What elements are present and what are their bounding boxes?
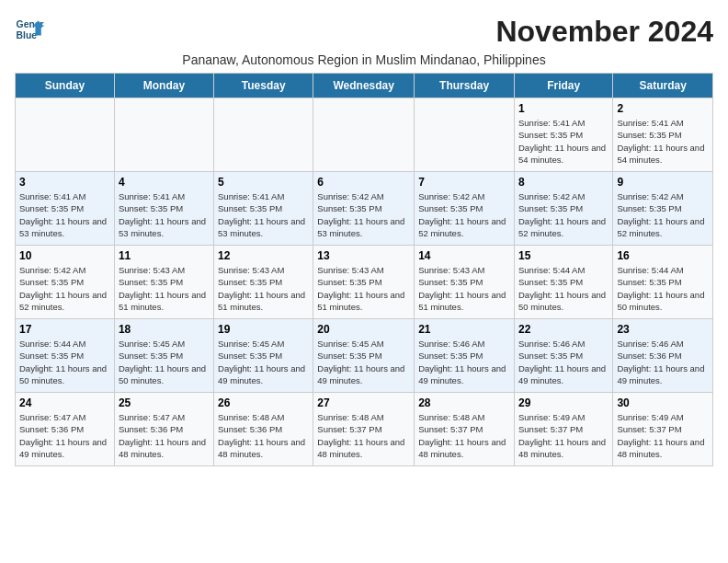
day-cell: 3Sunrise: 5:41 AM Sunset: 5:35 PM Daylig… (16, 172, 115, 246)
day-number: 17 (19, 323, 110, 336)
day-number: 8 (518, 176, 609, 189)
day-cell: 29Sunrise: 5:49 AM Sunset: 5:37 PM Dayli… (514, 393, 612, 466)
day-number: 13 (317, 249, 410, 262)
day-number: 10 (19, 249, 110, 262)
day-cell: 10Sunrise: 5:42 AM Sunset: 5:35 PM Dayli… (16, 246, 115, 319)
day-number: 2 (617, 102, 709, 115)
day-cell: 4Sunrise: 5:41 AM Sunset: 5:35 PM Daylig… (114, 172, 213, 246)
day-cell (214, 98, 313, 172)
day-cell: 22Sunrise: 5:46 AM Sunset: 5:35 PM Dayli… (514, 319, 612, 393)
day-cell: 2Sunrise: 5:41 AM Sunset: 5:35 PM Daylig… (613, 98, 713, 172)
week-row-4: 17Sunrise: 5:44 AM Sunset: 5:35 PM Dayli… (16, 319, 713, 393)
day-info: Sunrise: 5:43 AM Sunset: 5:35 PM Dayligh… (317, 264, 410, 313)
subtitle-text: Pananaw, Autonomous Region in Muslim Min… (15, 52, 713, 67)
calendar-body: 1Sunrise: 5:41 AM Sunset: 5:35 PM Daylig… (16, 98, 713, 466)
day-number: 23 (617, 323, 709, 336)
day-info: Sunrise: 5:49 AM Sunset: 5:37 PM Dayligh… (518, 411, 609, 460)
weekday-header-tuesday: Tuesday (214, 74, 313, 98)
day-number: 3 (19, 176, 110, 189)
day-cell: 28Sunrise: 5:48 AM Sunset: 5:37 PM Dayli… (415, 393, 515, 466)
week-row-2: 3Sunrise: 5:41 AM Sunset: 5:35 PM Daylig… (16, 172, 713, 246)
day-cell: 11Sunrise: 5:43 AM Sunset: 5:35 PM Dayli… (114, 246, 213, 319)
day-number: 1 (518, 102, 609, 115)
day-info: Sunrise: 5:43 AM Sunset: 5:35 PM Dayligh… (418, 264, 510, 313)
day-cell: 7Sunrise: 5:42 AM Sunset: 5:35 PM Daylig… (415, 172, 515, 246)
calendar-header: SundayMondayTuesdayWednesdayThursdayFrid… (16, 74, 713, 98)
day-cell: 13Sunrise: 5:43 AM Sunset: 5:35 PM Dayli… (313, 246, 415, 319)
day-number: 30 (617, 396, 709, 409)
logo: General Blue (15, 15, 48, 44)
day-cell: 30Sunrise: 5:49 AM Sunset: 5:37 PM Dayli… (613, 393, 713, 466)
day-cell: 27Sunrise: 5:48 AM Sunset: 5:37 PM Dayli… (313, 393, 415, 466)
day-number: 29 (518, 396, 609, 409)
weekday-header-saturday: Saturday (613, 74, 713, 98)
day-cell (415, 98, 515, 172)
day-number: 28 (418, 396, 510, 409)
day-number: 9 (617, 176, 709, 189)
day-number: 24 (19, 396, 110, 409)
day-info: Sunrise: 5:48 AM Sunset: 5:36 PM Dayligh… (218, 411, 309, 460)
day-cell: 14Sunrise: 5:43 AM Sunset: 5:35 PM Dayli… (415, 246, 515, 319)
day-cell: 6Sunrise: 5:42 AM Sunset: 5:35 PM Daylig… (313, 172, 415, 246)
day-number: 25 (119, 396, 210, 409)
day-info: Sunrise: 5:48 AM Sunset: 5:37 PM Dayligh… (418, 411, 510, 460)
day-cell: 25Sunrise: 5:47 AM Sunset: 5:36 PM Dayli… (114, 393, 213, 466)
day-info: Sunrise: 5:44 AM Sunset: 5:35 PM Dayligh… (617, 264, 709, 313)
week-row-3: 10Sunrise: 5:42 AM Sunset: 5:35 PM Dayli… (16, 246, 713, 319)
day-cell: 1Sunrise: 5:41 AM Sunset: 5:35 PM Daylig… (514, 98, 612, 172)
day-cell: 12Sunrise: 5:43 AM Sunset: 5:35 PM Dayli… (214, 246, 313, 319)
day-number: 12 (218, 249, 309, 262)
day-number: 21 (418, 323, 510, 336)
day-number: 27 (317, 396, 410, 409)
day-info: Sunrise: 5:48 AM Sunset: 5:37 PM Dayligh… (317, 411, 410, 460)
day-info: Sunrise: 5:43 AM Sunset: 5:35 PM Dayligh… (218, 264, 309, 313)
day-info: Sunrise: 5:42 AM Sunset: 5:35 PM Dayligh… (617, 190, 709, 239)
day-number: 20 (317, 323, 410, 336)
month-year-title: November 2024 (495, 15, 713, 49)
day-number: 26 (218, 396, 309, 409)
day-info: Sunrise: 5:42 AM Sunset: 5:35 PM Dayligh… (19, 264, 110, 313)
day-number: 16 (617, 249, 709, 262)
day-number: 14 (418, 249, 510, 262)
day-info: Sunrise: 5:47 AM Sunset: 5:36 PM Dayligh… (119, 411, 210, 460)
day-cell: 17Sunrise: 5:44 AM Sunset: 5:35 PM Dayli… (16, 319, 115, 393)
day-cell: 16Sunrise: 5:44 AM Sunset: 5:35 PM Dayli… (613, 246, 713, 319)
calendar-table: SundayMondayTuesdayWednesdayThursdayFrid… (15, 73, 713, 466)
logo-icon: General Blue (15, 15, 44, 44)
day-number: 22 (518, 323, 609, 336)
day-info: Sunrise: 5:41 AM Sunset: 5:35 PM Dayligh… (518, 117, 609, 166)
day-cell (114, 98, 213, 172)
day-info: Sunrise: 5:41 AM Sunset: 5:35 PM Dayligh… (119, 190, 210, 239)
day-info: Sunrise: 5:44 AM Sunset: 5:35 PM Dayligh… (518, 264, 609, 313)
day-number: 6 (317, 176, 410, 189)
day-cell: 23Sunrise: 5:46 AM Sunset: 5:36 PM Dayli… (613, 319, 713, 393)
day-info: Sunrise: 5:42 AM Sunset: 5:35 PM Dayligh… (418, 190, 510, 239)
day-number: 19 (218, 323, 309, 336)
day-cell (16, 98, 115, 172)
weekday-header-thursday: Thursday (415, 74, 515, 98)
day-info: Sunrise: 5:45 AM Sunset: 5:35 PM Dayligh… (218, 338, 309, 386)
day-cell: 21Sunrise: 5:46 AM Sunset: 5:35 PM Dayli… (415, 319, 515, 393)
day-number: 7 (418, 176, 510, 189)
day-info: Sunrise: 5:45 AM Sunset: 5:35 PM Dayligh… (317, 338, 410, 386)
weekday-header-sunday: Sunday (16, 74, 115, 98)
weekday-header-friday: Friday (514, 74, 612, 98)
day-number: 5 (218, 176, 309, 189)
day-info: Sunrise: 5:42 AM Sunset: 5:35 PM Dayligh… (317, 190, 410, 239)
day-cell: 20Sunrise: 5:45 AM Sunset: 5:35 PM Dayli… (313, 319, 415, 393)
day-cell (313, 98, 415, 172)
weekday-header-monday: Monday (114, 74, 213, 98)
day-cell: 26Sunrise: 5:48 AM Sunset: 5:36 PM Dayli… (214, 393, 313, 466)
day-info: Sunrise: 5:41 AM Sunset: 5:35 PM Dayligh… (19, 190, 110, 239)
day-info: Sunrise: 5:46 AM Sunset: 5:35 PM Dayligh… (418, 338, 510, 386)
day-info: Sunrise: 5:43 AM Sunset: 5:35 PM Dayligh… (119, 264, 210, 313)
title-text: November 2024 (495, 15, 713, 48)
day-cell: 24Sunrise: 5:47 AM Sunset: 5:36 PM Dayli… (16, 393, 115, 466)
day-number: 18 (119, 323, 210, 336)
day-info: Sunrise: 5:41 AM Sunset: 5:35 PM Dayligh… (218, 190, 309, 239)
day-number: 11 (119, 249, 210, 262)
day-info: Sunrise: 5:47 AM Sunset: 5:36 PM Dayligh… (19, 411, 110, 460)
day-info: Sunrise: 5:46 AM Sunset: 5:35 PM Dayligh… (518, 338, 609, 386)
day-info: Sunrise: 5:45 AM Sunset: 5:35 PM Dayligh… (119, 338, 210, 386)
day-info: Sunrise: 5:41 AM Sunset: 5:35 PM Dayligh… (617, 117, 709, 166)
